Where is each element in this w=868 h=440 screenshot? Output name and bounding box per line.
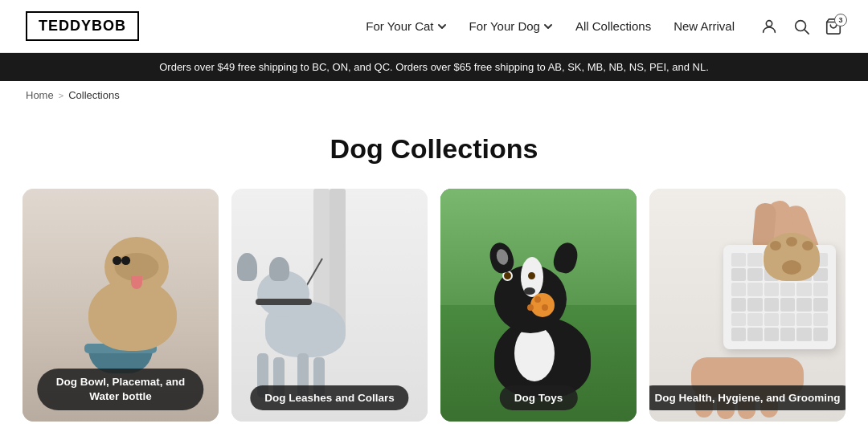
nav-dog[interactable]: For Your Dog [469,19,553,33]
main-nav: For Your Cat For Your Dog All Collection… [366,18,842,35]
header-icons: 3 [760,18,842,35]
nav-dog-label: For Your Dog [469,19,540,33]
breadcrumb-current: Collections [68,89,120,101]
nav-collections[interactable]: All Collections [575,19,651,33]
breadcrumb-home[interactable]: Home [26,89,54,101]
collection-card-bowl[interactable]: Dog Bowl, Placemat, and Water bottle [23,189,219,422]
account-button[interactable] [760,18,778,35]
card-label-leash: Dog Leashes and Collars [250,385,408,410]
page-title-section: Dog Collections [0,109,868,181]
collection-card-grooming[interactable]: Dog Health, Hygiene, and Grooming [649,189,845,422]
logo[interactable]: TEDDYBOB [26,11,139,41]
site-header: TEDDYBOB For Your Cat For Your Dog All C… [0,0,868,53]
collection-card-leash[interactable]: Dog Leashes and Collars [231,189,428,422]
breadcrumb: Home > Collections [0,81,868,109]
cart-button[interactable]: 3 [825,18,842,35]
user-icon [760,18,778,35]
card-label-bowl: Dog Bowl, Placemat, and Water bottle [37,369,203,410]
collection-card-toys[interactable]: Dog Toys [440,189,637,422]
promo-banner: Orders over $49 free shipping to BC, ON,… [0,53,868,81]
svg-point-0 [766,20,772,26]
breadcrumb-separator: > [59,91,63,100]
chevron-down-icon [437,22,447,31]
search-button[interactable] [792,18,810,35]
banner-text: Orders over $49 free shipping to BC, ON,… [159,61,709,73]
page-title: Dog Collections [16,133,852,165]
card-label-grooming: Dog Health, Hygiene, and Grooming [649,385,845,410]
nav-cat-label: For Your Cat [366,19,433,33]
svg-line-2 [805,30,809,34]
chevron-down-icon-2 [543,22,553,31]
collections-grid: Dog Bowl, Placemat, and Water bottle [0,181,868,440]
card-label-toys: Dog Toys [500,385,578,410]
search-icon [792,18,810,35]
cart-badge: 3 [834,14,847,26]
nav-cat[interactable]: For Your Cat [366,19,446,33]
nav-new-arrival[interactable]: New Arrival [674,19,735,33]
nav-links: For Your Cat For Your Dog All Collection… [366,19,735,33]
